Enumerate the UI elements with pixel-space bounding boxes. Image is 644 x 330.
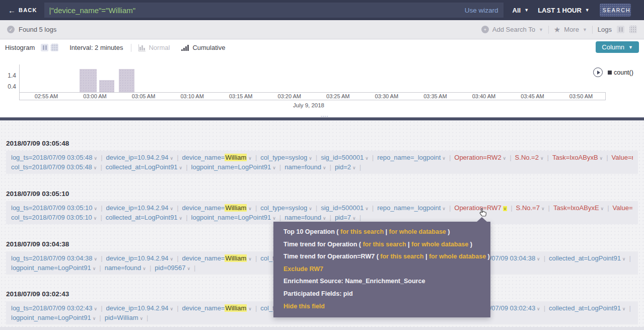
field-separator: | xyxy=(99,264,101,272)
topbar: ← BACK |"device_name"="William" Use wiza… xyxy=(0,0,644,20)
time-range-dropdown[interactable]: LAST 1 HOUR ▼ xyxy=(538,7,590,14)
field-key-value: Operation=RW2 xyxy=(454,154,501,161)
chevron-down-icon[interactable]: ∨ xyxy=(309,156,312,161)
list-view-icon[interactable] xyxy=(617,26,624,33)
field-key-value: device_name=William xyxy=(182,204,247,212)
chevron-down-icon[interactable]: ∨ xyxy=(142,266,146,271)
field-separator: | xyxy=(101,154,102,161)
interval-label: Interval: 2 minutes xyxy=(69,44,123,51)
normal-label: Normal xyxy=(149,44,170,51)
chevron-down-icon[interactable]: ∨ xyxy=(442,156,446,161)
log-field-chip: collected_at=LogPoint91∨ xyxy=(106,163,182,171)
field-separator: | xyxy=(544,304,545,312)
chevron-down-icon[interactable]: ∨ xyxy=(365,206,369,211)
chevron-down-icon[interactable]: ∨ xyxy=(503,206,508,211)
chevron-down-icon[interactable]: ∨ xyxy=(309,206,312,211)
search-query-text[interactable]: |"device_name"="William" xyxy=(49,6,461,15)
search-query-input[interactable]: |"device_name"="William" Use wizard xyxy=(44,3,504,18)
search-button[interactable]: SEARCH xyxy=(600,4,631,17)
chart-dots-view-icon[interactable] xyxy=(51,44,58,51)
chevron-down-icon[interactable]: ∨ xyxy=(94,256,98,261)
chevron-down-icon[interactable]: ∨ xyxy=(94,216,97,221)
popup-link[interactable]: Exclude RW7 xyxy=(283,266,323,273)
chevron-down-icon[interactable]: ∨ xyxy=(503,156,507,161)
chevron-down-icon[interactable]: ∨ xyxy=(179,216,183,221)
chevron-down-icon[interactable]: ∨ xyxy=(537,256,540,261)
popup-link[interactable]: for this search xyxy=(363,241,406,248)
chevron-down-icon[interactable]: ∨ xyxy=(622,306,626,311)
field-key-value: log_ts=2018/07/09 03:04:38 xyxy=(11,254,93,262)
x-axis-tick-label: 02:55 AM xyxy=(35,93,58,99)
chevron-down-icon[interactable]: ∨ xyxy=(187,266,190,271)
x-axis-tick-label: 03:40 AM xyxy=(472,93,495,99)
popup-link[interactable]: for this search xyxy=(380,253,423,260)
log-timestamp: 2018/07/09 03:04:38 xyxy=(6,240,69,248)
histogram-bar[interactable] xyxy=(80,69,97,92)
chevron-down-icon[interactable]: ∨ xyxy=(248,256,252,261)
grid-view-icon[interactable] xyxy=(629,26,637,33)
popup-link[interactable]: for whole database xyxy=(411,241,468,248)
chevron-down-icon[interactable]: ∨ xyxy=(541,206,545,211)
chevron-down-icon[interactable]: ∨ xyxy=(170,206,174,211)
x-axis-tick-label: 03:00 AM xyxy=(83,93,106,99)
field-separator: | xyxy=(547,154,549,161)
chevron-down-icon[interactable]: ∨ xyxy=(94,156,98,161)
chevron-down-icon[interactable]: ∨ xyxy=(248,156,252,161)
chevron-down-icon[interactable]: ∨ xyxy=(94,206,98,211)
chevron-down-icon[interactable]: ∨ xyxy=(248,306,252,311)
x-axis-tick-label: 03:35 AM xyxy=(423,93,447,99)
popup-text: | xyxy=(406,241,411,248)
chevron-down-icon[interactable]: ∨ xyxy=(365,156,369,161)
chevron-down-icon[interactable]: ∨ xyxy=(600,156,603,161)
popup-link[interactable]: for whole database xyxy=(389,228,446,235)
normal-mode-toggle[interactable]: Normal xyxy=(138,44,170,51)
cumulative-mode-toggle[interactable]: Cumulative xyxy=(181,44,225,51)
chevron-down-icon[interactable]: ∨ xyxy=(170,306,174,311)
field-separator: | xyxy=(330,163,331,171)
play-button[interactable] xyxy=(593,68,603,77)
chevron-down-icon[interactable]: ∨ xyxy=(540,156,544,161)
column-chart-type-dropdown[interactable]: Column ▼ xyxy=(596,41,639,53)
use-wizard-link[interactable]: Use wizard xyxy=(465,7,498,14)
chevron-down-icon[interactable]: ∨ xyxy=(442,206,446,211)
field-key-value: repo_name=_logpoint xyxy=(377,154,441,161)
log-field-chip: col_type=syslog∨ xyxy=(260,204,312,212)
status-bar: ✓ Found 5 logs + Add Search To ▼ ★ More … xyxy=(0,20,644,39)
more-button[interactable]: ★ More ▼ xyxy=(554,26,587,33)
field-separator: | xyxy=(511,204,512,212)
chevron-down-icon[interactable]: ∨ xyxy=(170,256,174,261)
chevron-down-icon[interactable]: ∨ xyxy=(352,216,356,221)
chevron-down-icon[interactable]: ∨ xyxy=(622,256,626,261)
log-field-chip: Task=IxoAByxE∨ xyxy=(553,204,604,212)
histogram-bar[interactable] xyxy=(99,80,114,92)
popup-link[interactable]: Hide this field xyxy=(283,303,325,310)
field-key-value: collected_at=LogPoint91 xyxy=(549,254,621,262)
chevron-down-icon[interactable]: ∨ xyxy=(94,306,98,311)
histogram-bar[interactable] xyxy=(119,69,134,92)
chevron-down-icon[interactable]: ∨ xyxy=(323,165,326,170)
scope-dropdown[interactable]: All ▼ xyxy=(513,7,529,14)
chevron-down-icon[interactable]: ∨ xyxy=(140,316,144,321)
chevron-down-icon[interactable]: ∨ xyxy=(323,216,326,221)
log-field-chip: log_ts=2018/07/09 03:02:43∨ xyxy=(11,304,97,312)
field-separator: | xyxy=(279,163,281,171)
field-separator: | xyxy=(372,154,374,161)
chevron-down-icon[interactable]: ∨ xyxy=(601,206,604,211)
chart-bars-view-icon[interactable] xyxy=(41,44,48,51)
popup-menu-item: Hide this field xyxy=(283,300,490,313)
chevron-down-icon[interactable]: ∨ xyxy=(170,156,174,161)
chevron-down-icon[interactable]: ∨ xyxy=(94,165,97,170)
chevron-down-icon[interactable]: ∨ xyxy=(248,206,252,211)
field-key-value: logpoint_name=LogPoint91 xyxy=(191,214,271,221)
back-button[interactable]: ← BACK xyxy=(8,7,37,14)
chevron-down-icon[interactable]: ∨ xyxy=(272,216,276,221)
chevron-down-icon[interactable]: ∨ xyxy=(272,165,276,170)
popup-link[interactable]: for whole database xyxy=(429,253,486,260)
chevron-down-icon[interactable]: ∨ xyxy=(352,165,356,170)
chevron-down-icon[interactable]: ∨ xyxy=(93,316,96,321)
chevron-down-icon[interactable]: ∨ xyxy=(179,165,183,170)
chevron-down-icon[interactable]: ∨ xyxy=(537,306,540,311)
add-search-to-button[interactable]: + Add Search To ▼ xyxy=(481,26,543,33)
chevron-down-icon[interactable]: ∨ xyxy=(93,266,96,271)
popup-link[interactable]: for this search xyxy=(340,228,384,235)
